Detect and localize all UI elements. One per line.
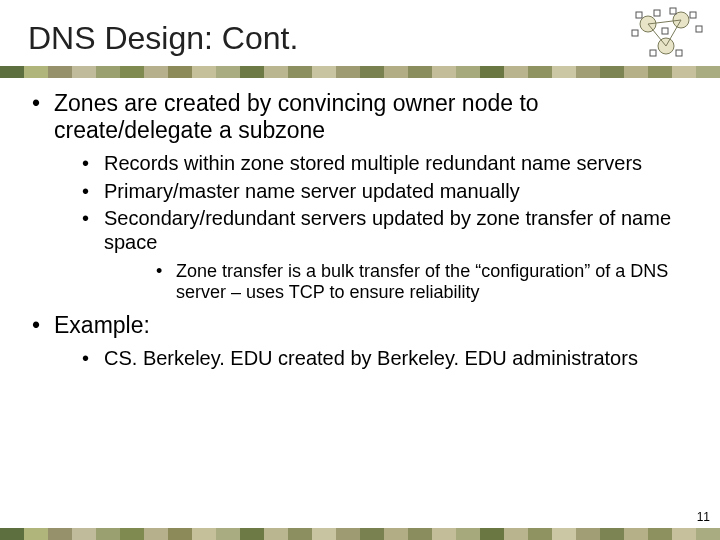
band-segment: [384, 66, 408, 78]
band-segment: [312, 528, 336, 540]
band-segment: [432, 66, 456, 78]
svg-rect-14: [662, 28, 668, 34]
band-segment: [168, 66, 192, 78]
band-segment: [72, 528, 96, 540]
band-segment: [576, 66, 600, 78]
band-segment: [456, 528, 480, 540]
svg-rect-9: [690, 12, 696, 18]
band-segment: [192, 66, 216, 78]
bullet-l2: CS. Berkeley. EDU created by Berkeley. E…: [54, 347, 690, 371]
band-segment: [24, 66, 48, 78]
bullet-text: Zone transfer is a bulk transfer of the …: [176, 261, 668, 303]
band-segment: [384, 528, 408, 540]
band-segment: [336, 66, 360, 78]
bullet-text: CS. Berkeley. EDU created by Berkeley. E…: [104, 347, 638, 369]
bullet-l2: Primary/master name server updated manua…: [54, 180, 690, 204]
band-segment: [648, 66, 672, 78]
band-segment: [504, 528, 528, 540]
band-segment: [240, 66, 264, 78]
band-segment: [192, 528, 216, 540]
top-color-band: [0, 66, 720, 78]
band-segment: [240, 528, 264, 540]
band-segment: [96, 66, 120, 78]
band-segment: [96, 528, 120, 540]
svg-rect-6: [636, 12, 642, 18]
band-segment: [480, 66, 504, 78]
bullet-l2: Secondary/redundant servers updated by z…: [54, 207, 690, 303]
band-segment: [528, 528, 552, 540]
band-segment: [48, 66, 72, 78]
content-area: Zones are created by convincing owner no…: [30, 90, 690, 379]
bottom-color-band: [0, 528, 720, 540]
band-segment: [120, 528, 144, 540]
band-segment: [216, 66, 240, 78]
band-segment: [144, 66, 168, 78]
decorative-graphic: [626, 6, 708, 64]
bullet-l3: Zone transfer is a bulk transfer of the …: [104, 261, 690, 304]
band-segment: [648, 528, 672, 540]
svg-rect-7: [654, 10, 660, 16]
band-segment: [288, 66, 312, 78]
band-segment: [0, 66, 24, 78]
svg-rect-8: [670, 8, 676, 14]
bullet-l1: Example: CS. Berkeley. EDU created by Be…: [30, 312, 690, 371]
svg-rect-11: [696, 26, 702, 32]
slide-title: DNS Design: Cont.: [28, 20, 298, 57]
band-segment: [576, 528, 600, 540]
band-segment: [552, 528, 576, 540]
band-segment: [264, 528, 288, 540]
band-segment: [480, 528, 504, 540]
band-segment: [552, 66, 576, 78]
band-segment: [360, 66, 384, 78]
page-number: 11: [697, 510, 710, 524]
band-segment: [432, 528, 456, 540]
band-segment: [696, 66, 720, 78]
bullet-l2: Records within zone stored multiple redu…: [54, 152, 690, 176]
band-segment: [168, 528, 192, 540]
band-segment: [288, 528, 312, 540]
band-segment: [48, 528, 72, 540]
bullet-text: Primary/master name server updated manua…: [104, 180, 520, 202]
band-segment: [72, 66, 96, 78]
band-segment: [360, 528, 384, 540]
band-segment: [624, 528, 648, 540]
band-segment: [696, 528, 720, 540]
band-segment: [312, 66, 336, 78]
svg-line-4: [648, 24, 666, 46]
band-segment: [408, 528, 432, 540]
band-segment: [672, 66, 696, 78]
bullet-l1: Zones are created by convincing owner no…: [30, 90, 690, 304]
band-segment: [0, 528, 24, 540]
svg-rect-12: [650, 50, 656, 56]
svg-rect-13: [676, 50, 682, 56]
band-segment: [600, 66, 624, 78]
band-segment: [120, 66, 144, 78]
band-segment: [504, 66, 528, 78]
band-segment: [336, 528, 360, 540]
band-segment: [264, 66, 288, 78]
band-segment: [144, 528, 168, 540]
band-segment: [456, 66, 480, 78]
band-segment: [672, 528, 696, 540]
bullet-text: Secondary/redundant servers updated by z…: [104, 207, 671, 253]
bullet-text: Zones are created by convincing owner no…: [54, 90, 539, 143]
slide: DNS Design: Cont.: [0, 0, 720, 540]
bullet-text: Records within zone stored multiple redu…: [104, 152, 642, 174]
band-segment: [24, 528, 48, 540]
band-segment: [528, 66, 552, 78]
band-segment: [600, 528, 624, 540]
band-segment: [216, 528, 240, 540]
band-segment: [408, 66, 432, 78]
band-segment: [624, 66, 648, 78]
bullet-text: Example:: [54, 312, 150, 338]
svg-rect-10: [632, 30, 638, 36]
